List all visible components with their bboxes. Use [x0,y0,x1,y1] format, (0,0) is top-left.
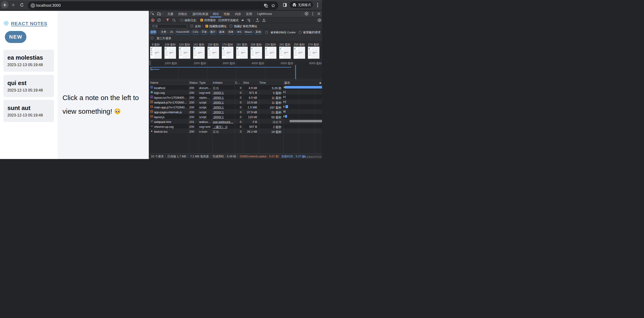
svg-text:文: 文 [266,5,268,7]
